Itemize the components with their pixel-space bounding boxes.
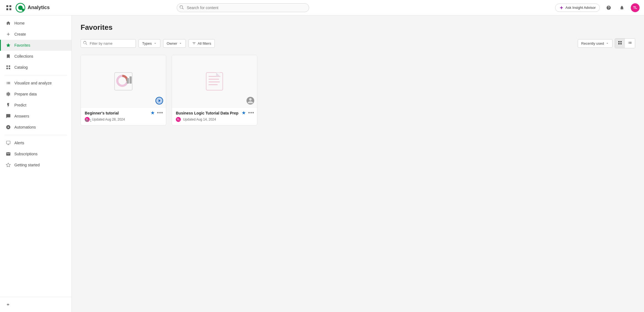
sidebar-nav-section: Home Create Favorites	[0, 15, 71, 173]
visualize-icon	[6, 80, 11, 86]
svg-rect-16	[129, 76, 132, 84]
main-content: Favorites Types Owner	[72, 15, 644, 312]
card-thumbnail-2	[172, 55, 257, 108]
card-actions-1: ★ •••	[150, 110, 163, 116]
svg-rect-12	[6, 141, 10, 144]
svg-rect-2	[6, 8, 8, 10]
svg-rect-0	[6, 5, 8, 7]
sidebar-item-visualize[interactable]: Visualize and analyze	[0, 78, 71, 89]
card-business-logic[interactable]: Business Logic Tutorial Data Prep TL Upd…	[172, 55, 257, 126]
top-bar: Analytics Ask Insight Advisor	[0, 0, 644, 15]
favorites-icon	[6, 42, 11, 48]
sidebar-item-collections[interactable]: Collections	[0, 51, 71, 62]
prepare-icon	[6, 91, 11, 97]
sidebar-item-subscriptions[interactable]: Subscriptions	[0, 148, 71, 159]
card-star-button-1[interactable]: ★	[150, 110, 155, 116]
svg-rect-17	[206, 73, 223, 90]
search-bar	[177, 3, 309, 12]
list-view-icon	[628, 41, 632, 45]
view-toggle	[615, 38, 635, 48]
filters-row: Types Owner All filters Recently used	[81, 38, 635, 48]
search-input[interactable]	[177, 3, 309, 12]
list-view-button[interactable]	[625, 39, 635, 48]
sidebar-item-catalog[interactable]: Catalog	[0, 62, 71, 73]
all-filters-button[interactable]: All filters	[189, 39, 215, 48]
card-thumbnail-1	[81, 55, 166, 108]
insight-advisor-label: Ask Insight Advisor	[565, 6, 596, 10]
sidebar-divider-1	[4, 75, 67, 75]
app-title: Analytics	[28, 5, 50, 10]
filter-by-name-input[interactable]	[81, 39, 136, 48]
app-shell: Analytics Ask Insight Advisor	[0, 0, 644, 312]
catalog-icon	[6, 65, 11, 70]
insight-advisor-button[interactable]: Ask Insight Advisor	[555, 4, 600, 12]
card-views-count-1: 1	[90, 119, 92, 122]
data-thumbnail-icon	[203, 70, 226, 92]
owner-filter-button[interactable]: Owner	[163, 39, 186, 48]
card-meta-2: TL Updated Aug 14, 2024	[176, 117, 253, 122]
notifications-button[interactable]	[618, 3, 626, 12]
answers-icon	[6, 113, 11, 119]
avatar[interactable]: TL	[631, 3, 640, 12]
alerts-icon	[6, 140, 11, 146]
sidebar-item-create[interactable]: Create	[0, 29, 71, 40]
apps-menu-button[interactable]	[4, 3, 13, 12]
svg-rect-9	[6, 68, 8, 69]
card-avatar-2: TL	[176, 117, 181, 122]
qlik-logo	[15, 3, 25, 13]
sparkle-icon	[559, 6, 564, 10]
svg-rect-10	[9, 68, 10, 69]
help-icon	[606, 5, 611, 10]
sidebar-item-answers[interactable]: Answers	[0, 111, 71, 122]
logo-area: Analytics	[4, 3, 50, 13]
card-actions-2: ★ •••	[242, 110, 254, 116]
person-icon	[247, 90, 254, 112]
card-more-button-2[interactable]: •••	[248, 110, 254, 116]
predict-icon	[6, 102, 11, 108]
sidebar-item-favorites[interactable]: Favorites	[0, 40, 71, 51]
sidebar-item-getting-started[interactable]: Getting started	[0, 159, 71, 170]
getting-started-icon	[6, 162, 11, 168]
create-icon	[6, 31, 11, 37]
chevron-down-icon	[153, 42, 157, 45]
svg-rect-7	[6, 65, 8, 67]
svg-rect-1	[9, 5, 11, 7]
views-icon	[85, 119, 89, 122]
main-area: Home Create Favorites	[0, 15, 644, 312]
card-badge-1	[155, 97, 163, 105]
svg-rect-3	[9, 8, 11, 10]
grid-view-icon	[618, 41, 622, 45]
sidebar-item-alerts[interactable]: Alerts	[0, 137, 71, 148]
sidebar-divider-2	[4, 135, 67, 135]
collections-icon	[6, 54, 11, 59]
collapse-sidebar-button[interactable]	[0, 299, 71, 310]
sidebar-item-automations[interactable]: Automations	[0, 122, 71, 133]
svg-rect-8	[9, 65, 10, 67]
types-filter-button[interactable]: Types	[139, 39, 160, 48]
automations-icon	[6, 124, 11, 130]
filter-input-wrap	[81, 39, 136, 48]
top-bar-right: Ask Insight Advisor TL	[555, 3, 640, 12]
sidebar-item-prepare[interactable]: Prepare data	[0, 89, 71, 100]
svg-point-6	[22, 8, 24, 11]
recently-used-sort-button[interactable]: Recently used	[578, 39, 613, 48]
filters-right: Recently used	[578, 38, 635, 48]
grid-icon	[6, 5, 11, 10]
chevron-down-icon-3	[606, 42, 609, 45]
sidebar-item-home[interactable]: Home	[0, 18, 71, 29]
svg-rect-15	[127, 78, 129, 84]
card-views-1: 1	[85, 119, 92, 122]
sidebar-bottom	[0, 297, 71, 312]
sidebar: Home Create Favorites	[0, 15, 72, 312]
collapse-icon	[6, 302, 10, 307]
bell-icon	[619, 5, 624, 10]
card-more-button-1[interactable]: •••	[157, 110, 163, 116]
sidebar-item-predict[interactable]: Predict	[0, 100, 71, 111]
grid-view-button[interactable]	[615, 39, 625, 48]
card-beginners-tutorial[interactable]: Beginner's tutorial TL Updated Aug 28, 2…	[81, 55, 166, 126]
card-updated-1: Updated Aug 28, 2024	[92, 118, 125, 121]
card-star-button-2[interactable]: ★	[242, 110, 246, 116]
chart-thumbnail-icon	[112, 70, 134, 92]
help-button[interactable]	[604, 3, 613, 12]
chevron-down-icon-2	[179, 42, 182, 45]
